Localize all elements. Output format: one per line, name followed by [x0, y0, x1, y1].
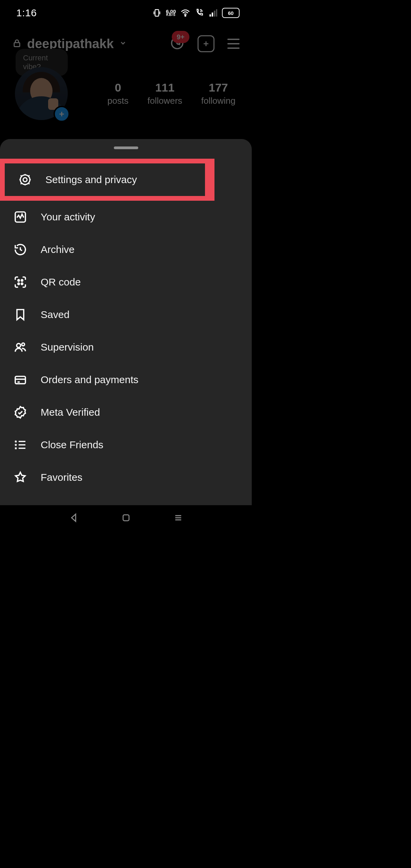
profile-header-dimmed: deeptipathakk 9+ [0, 27, 252, 142]
vibrate-icon [152, 8, 161, 17]
highlight-settings-privacy: Settings and privacy [0, 159, 214, 201]
wifi-icon [181, 8, 190, 18]
svg-point-11 [18, 280, 20, 281]
svg-point-13 [18, 283, 20, 285]
menu-item-label: Favorites [41, 472, 82, 483]
threads-button[interactable]: 9+ [170, 36, 185, 52]
svg-rect-2 [209, 14, 211, 17]
verified-icon [13, 405, 28, 420]
menu-item-qrcode[interactable]: QR code [0, 266, 252, 298]
menu-button[interactable] [227, 39, 240, 49]
bookmark-icon [13, 307, 28, 322]
svg-point-1 [185, 15, 186, 16]
activity-icon [13, 210, 28, 224]
sheet-handle[interactable] [114, 146, 138, 149]
menu-item-supervision[interactable]: Supervision [0, 331, 252, 363]
data-rate: 6.00 KB/S [166, 9, 176, 16]
status-time: 1:16 [16, 7, 37, 19]
svg-rect-5 [216, 9, 217, 17]
menu-item-meta-verified[interactable]: Meta Verified [0, 396, 252, 429]
stat-followers[interactable]: 111 followers [147, 81, 182, 106]
menu-item-label: Meta Verified [41, 407, 100, 418]
svg-point-15 [17, 343, 21, 348]
menu-item-close-friends[interactable]: Close Friends [0, 429, 252, 461]
lock-icon [12, 38, 22, 49]
nav-home-button[interactable] [121, 513, 131, 524]
volte-icon [195, 8, 204, 17]
menu-item-label: Your activity [41, 211, 95, 223]
chevron-down-icon [119, 39, 127, 48]
add-story-button[interactable]: + [54, 106, 70, 122]
menu-item-label: Settings and privacy [45, 174, 137, 185]
svg-point-8 [20, 175, 30, 184]
menu-item-settings[interactable]: Settings and privacy [5, 163, 205, 196]
menu-item-favorites[interactable]: Favorites [0, 461, 252, 494]
menu-item-archive[interactable]: Archive [0, 233, 252, 266]
svg-rect-4 [214, 11, 215, 17]
menu-item-label: Saved [41, 309, 69, 320]
signal-icon [208, 8, 217, 17]
star-icon [13, 470, 28, 485]
nav-recents-button[interactable] [173, 513, 183, 524]
menu-item-label: Close Friends [41, 439, 103, 451]
svg-rect-18 [123, 515, 129, 521]
stat-following[interactable]: 177 following [201, 81, 235, 106]
options-bottom-sheet: Settings and privacy Your activity [0, 139, 252, 505]
create-button[interactable] [198, 35, 214, 52]
svg-point-16 [22, 343, 24, 346]
svg-rect-0 [155, 9, 159, 16]
android-nav-bar [0, 505, 252, 532]
menu-item-label: Supervision [41, 341, 94, 353]
menu-item-label: QR code [41, 276, 81, 288]
supervision-icon [13, 340, 28, 355]
svg-point-9 [23, 178, 27, 182]
svg-point-12 [21, 280, 23, 281]
stat-posts[interactable]: 0 posts [107, 81, 128, 106]
menu-item-label: Archive [41, 244, 75, 255]
menu-item-activity[interactable]: Your activity [0, 201, 252, 233]
status-bar: 1:16 6.00 KB/S [0, 0, 252, 26]
gear-icon [18, 172, 33, 187]
menu-item-label: Orders and payments [41, 374, 138, 386]
menu-item-orders[interactable]: Orders and payments [0, 363, 252, 396]
menu-item-saved[interactable]: Saved [0, 298, 252, 331]
svg-rect-6 [14, 43, 20, 47]
close-friends-icon [13, 437, 28, 452]
qrcode-icon [13, 275, 28, 290]
nav-back-button[interactable] [68, 512, 79, 525]
archive-icon [13, 242, 28, 257]
threads-badge: 9+ [172, 31, 189, 43]
card-icon [13, 372, 28, 387]
svg-rect-17 [15, 376, 25, 384]
svg-point-14 [21, 283, 23, 285]
battery-indicator: 60 [222, 8, 240, 18]
svg-rect-3 [212, 13, 213, 17]
